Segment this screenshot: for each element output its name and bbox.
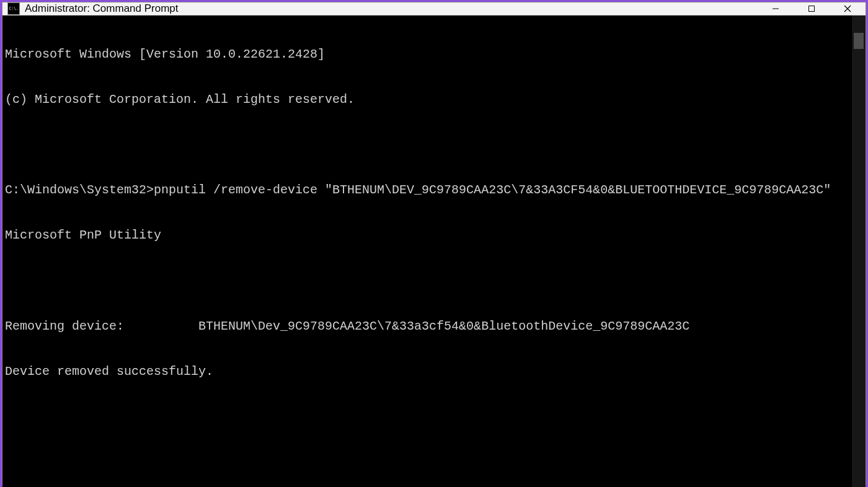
terminal-line xyxy=(5,274,849,289)
maximize-icon xyxy=(808,5,815,12)
command-prompt-window: C:\. Administrator: Command Prompt xyxy=(2,2,866,485)
terminal-area: Microsoft Windows [Version 10.0.22621.24… xyxy=(2,15,866,487)
minimize-button[interactable] xyxy=(758,2,794,15)
window-title: Administrator: Command Prompt xyxy=(25,2,758,15)
terminal-line: (c) Microsoft Corporation. All rights re… xyxy=(5,92,849,107)
terminal-line: C:\Windows\System32>pnputil /remove-devi… xyxy=(5,183,849,198)
terminal-line: Device removed successfully. xyxy=(5,364,849,379)
window-controls xyxy=(758,2,866,15)
titlebar[interactable]: C:\. Administrator: Command Prompt xyxy=(2,2,866,15)
terminal-line xyxy=(5,455,849,470)
terminal-line: Microsoft Windows [Version 10.0.22621.24… xyxy=(5,47,849,62)
close-button[interactable] xyxy=(830,2,866,15)
maximize-button[interactable] xyxy=(794,2,830,15)
scrollbar-thumb[interactable] xyxy=(854,33,864,49)
minimize-icon xyxy=(772,5,779,12)
terminal-line xyxy=(5,138,849,152)
terminal-line: Microsoft PnP Utility xyxy=(5,228,849,243)
svg-rect-1 xyxy=(809,6,815,12)
terminal-line xyxy=(5,410,849,424)
terminal-line: Removing device: BTHENUM\Dev_9C9789CAA23… xyxy=(5,319,849,334)
close-icon xyxy=(844,5,851,12)
terminal-output[interactable]: Microsoft Windows [Version 10.0.22621.24… xyxy=(2,15,852,487)
scrollbar[interactable] xyxy=(852,15,866,487)
cmd-icon: C:\. xyxy=(7,2,20,15)
